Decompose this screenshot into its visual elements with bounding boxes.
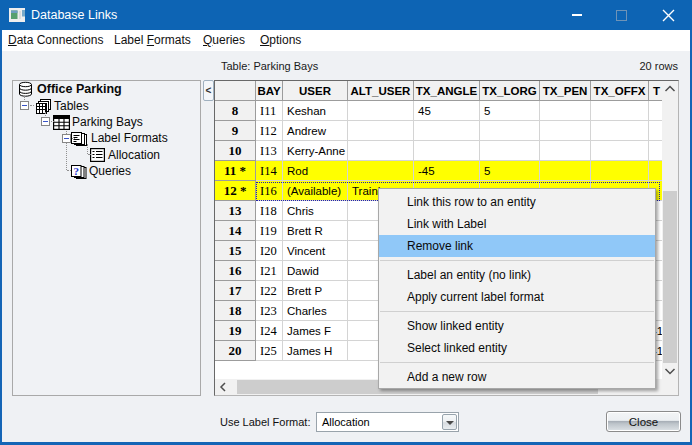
svg-text:?: ? (73, 165, 79, 177)
